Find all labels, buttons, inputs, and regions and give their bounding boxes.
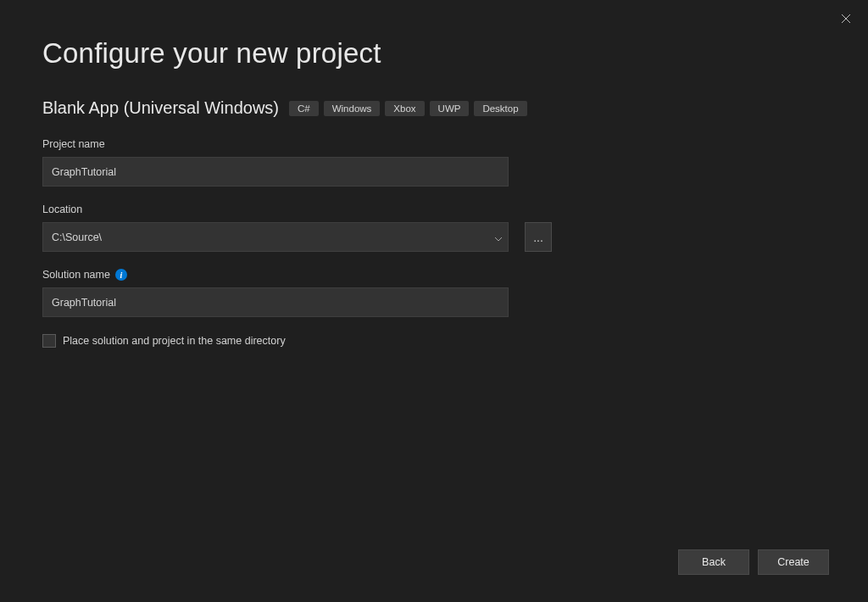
location-input[interactable] [42, 222, 509, 252]
location-label: Location [42, 203, 82, 215]
template-name: Blank App (Universal Windows) [42, 98, 279, 118]
template-tags: C# Windows Xbox UWP Desktop [289, 101, 527, 116]
ellipsis-icon: ... [533, 231, 543, 244]
close-icon [841, 14, 851, 24]
tag-uwp: UWP [430, 101, 470, 116]
info-icon[interactable]: i [115, 269, 127, 281]
tag-desktop: Desktop [474, 101, 526, 116]
tag-xbox: Xbox [385, 101, 424, 116]
solution-name-label: Solution name [42, 269, 110, 281]
same-directory-label: Place solution and project in the same d… [63, 335, 286, 347]
tag-windows: Windows [324, 101, 381, 116]
project-name-input[interactable] [42, 157, 509, 187]
back-button[interactable]: Back [678, 549, 749, 575]
browse-button[interactable]: ... [525, 222, 552, 252]
project-name-label: Project name [42, 138, 105, 150]
create-button[interactable]: Create [758, 549, 829, 575]
close-button[interactable] [836, 8, 856, 29]
page-title: Configure your new project [42, 37, 826, 70]
solution-name-input[interactable] [42, 287, 509, 317]
tag-csharp: C# [289, 101, 319, 116]
same-directory-checkbox[interactable] [42, 334, 56, 348]
